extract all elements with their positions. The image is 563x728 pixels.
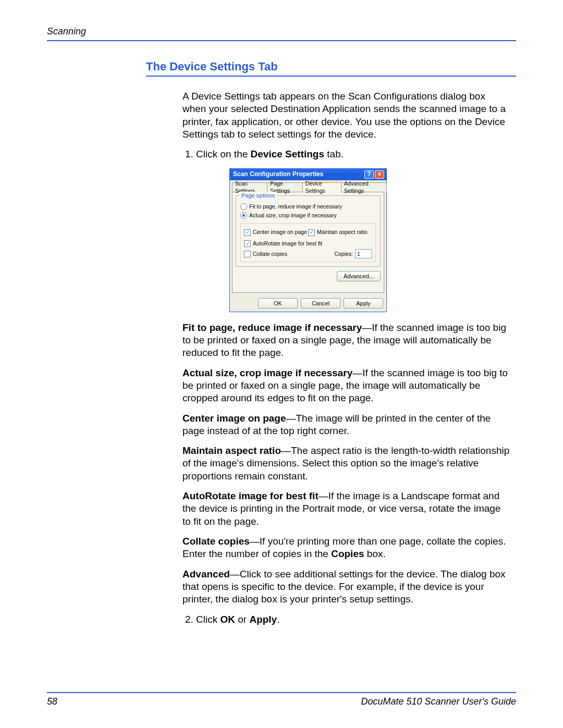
page-footer: 58 DocuMate 510 Scanner User's Guide: [47, 692, 516, 707]
section-title: The Device Settings Tab: [146, 60, 516, 77]
label-autorotate: AutoRotate image for best fit: [253, 240, 322, 247]
intro-paragraph: A Device Settings tab appears on the Sca…: [182, 90, 511, 141]
copies-input[interactable]: 1: [355, 249, 372, 258]
label-aspect: Maintain aspect ratio: [317, 229, 368, 236]
label-center: Center image on page: [253, 229, 307, 236]
apply-button[interactable]: Apply: [344, 298, 383, 309]
running-head: Scanning: [47, 26, 516, 41]
desc-advanced: Advanced—Click to see additional setting…: [182, 568, 511, 606]
check-collate[interactable]: [244, 251, 251, 257]
dialog-titlebar: Scan Configuration Properties ? ×: [230, 169, 386, 180]
check-aspect[interactable]: ✓: [308, 229, 315, 236]
dialog: Scan Configuration Properties ? × Scan S…: [229, 168, 387, 312]
page: Scanning The Device Settings Tab A Devic…: [0, 0, 563, 728]
cancel-button[interactable]: Cancel: [301, 298, 340, 309]
desc-actual: Actual size, crop image if necessary—If …: [182, 367, 511, 405]
tab-scan-settings[interactable]: Scan Settings: [232, 182, 267, 192]
check-center[interactable]: ✓: [244, 229, 251, 236]
page-number: 58: [47, 696, 68, 707]
radio-actual[interactable]: [240, 212, 247, 219]
check-autorotate[interactable]: ✓: [244, 240, 251, 247]
desc-center: Center image on page—The image will be p…: [182, 412, 511, 438]
body-column: A Device Settings tab appears on the Sca…: [182, 90, 511, 626]
label-actual: Actual size, crop image if necessary: [249, 212, 337, 219]
desc-autorotate: AutoRotate image for best fit—If the ima…: [182, 490, 511, 528]
dialog-button-row: OK Cancel Apply: [230, 295, 386, 312]
help-icon[interactable]: ?: [364, 170, 374, 179]
tab-advanced-settings[interactable]: Advanced Settings: [341, 182, 387, 192]
step-2: Click OK or Apply.: [196, 613, 511, 626]
label-fit: Fit to page, reduce image if necessary: [249, 203, 342, 210]
page-options-group: Page options Fit to page, reduce image i…: [236, 195, 381, 267]
desc-aspect: Maintain aspect ratio—The aspect ratio i…: [182, 445, 511, 483]
tab-panel: Page options Fit to page, reduce image i…: [232, 192, 384, 293]
dialog-figure: Scan Configuration Properties ? × Scan S…: [229, 168, 511, 312]
ok-button[interactable]: OK: [258, 298, 298, 309]
radio-fit[interactable]: [240, 203, 247, 210]
dialog-title: Scan Configuration Properties: [233, 170, 323, 178]
copies-label: Copies:: [334, 251, 353, 257]
dialog-tabs: Scan Settings Page Settings Device Setti…: [230, 182, 386, 192]
close-icon[interactable]: ×: [375, 170, 384, 179]
step-1: Click on the Device Settings tab.: [196, 148, 511, 161]
tab-page-settings[interactable]: Page Settings: [267, 182, 303, 192]
tab-device-settings[interactable]: Device Settings: [302, 182, 341, 192]
sub-options: ✓ Center image on page ✓ Maintain aspect…: [240, 223, 376, 262]
book-title: DocuMate 510 Scanner User's Guide: [68, 696, 516, 707]
advanced-button[interactable]: Advanced...: [337, 271, 381, 281]
groupbox-legend: Page options: [239, 192, 277, 199]
label-collate: Collate copies: [253, 251, 287, 257]
desc-fit: Fit to page, reduce image if necessary—I…: [182, 322, 511, 360]
desc-collate: Collate copies—If you're printing more t…: [182, 535, 511, 561]
